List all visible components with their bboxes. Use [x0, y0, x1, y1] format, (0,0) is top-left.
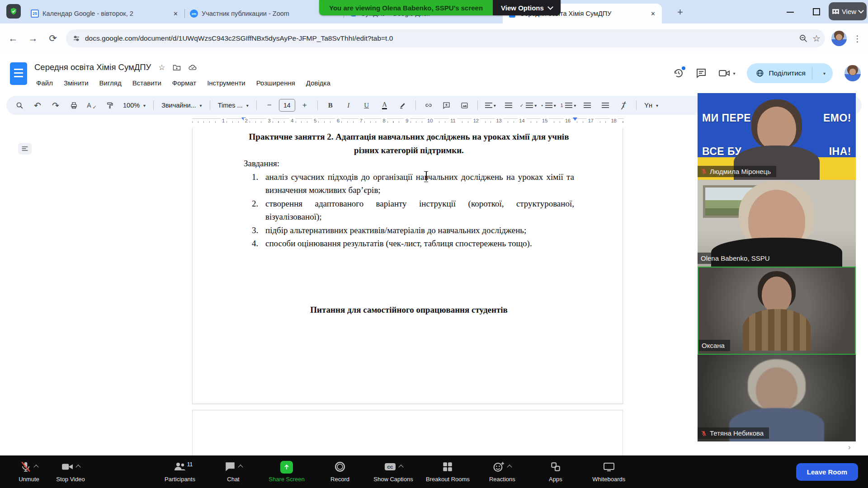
document-page-1[interactable]: Практичне заняття 2. Адаптація навчальни… [192, 128, 623, 404]
reactions-button[interactable]: Reactions [481, 461, 523, 483]
menu-extensions[interactable]: Розширення [253, 78, 299, 88]
decrease-indent-button[interactable] [579, 99, 596, 112]
redo-icon[interactable]: ↷ [47, 99, 64, 112]
highlight-color-icon[interactable] [394, 99, 411, 112]
increase-indent-button[interactable] [597, 99, 614, 112]
captions-options-caret[interactable] [398, 465, 403, 469]
browser-profile-avatar[interactable] [831, 31, 847, 46]
text-color-button[interactable]: A [382, 101, 387, 109]
decrease-font-size-button[interactable]: − [261, 99, 278, 112]
underline-button[interactable]: U [358, 99, 375, 112]
bookmark-star-icon[interactable]: ☆ [812, 33, 821, 44]
doc-tasks-label: Завдання: [244, 157, 574, 170]
share-button[interactable]: Поділитися ▾ [747, 63, 833, 83]
join-call-button[interactable]: ▾ [718, 68, 735, 78]
share-screen-button[interactable]: Share Screen [266, 461, 307, 483]
bulleted-list-button[interactable]: • ▾ [539, 99, 558, 112]
version-history-button[interactable] [673, 68, 684, 79]
muted-mic-icon [701, 168, 707, 174]
insert-link-icon[interactable] [420, 99, 437, 112]
zoom-out-page-icon[interactable] [799, 34, 808, 43]
menu-edit[interactable]: Змінити [60, 78, 92, 88]
checklist-button[interactable]: ✓ ▾ [518, 99, 538, 112]
document-outline-button[interactable] [18, 143, 32, 155]
reload-button[interactable]: ⟳ [46, 33, 60, 44]
menu-tools[interactable]: Інструменти [203, 78, 249, 88]
zoom-view-button[interactable]: View [829, 2, 867, 20]
chevron-down-icon: ▾ [656, 103, 658, 108]
chat-options-caret[interactable] [238, 465, 243, 469]
font-select[interactable]: Times ... ▾ [214, 102, 252, 109]
chevron-down-icon: ▾ [554, 103, 556, 108]
font-size-input[interactable]: 14 [279, 99, 295, 112]
video-tile-tetyana[interactable]: Тетяна Небикова [698, 355, 856, 441]
video-options-caret[interactable] [75, 465, 80, 469]
apps-button[interactable]: Apps [535, 461, 576, 483]
comments-button[interactable] [696, 68, 707, 79]
paragraph-style-select[interactable]: Звичайни... ▾ [158, 102, 206, 109]
stop-video-button[interactable]: Stop Video [50, 461, 91, 483]
menu-insert[interactable]: Вставити [129, 78, 165, 88]
print-icon[interactable] [65, 99, 82, 112]
window-restore-button[interactable] [813, 8, 820, 15]
show-captions-button[interactable]: CC Show Captions [373, 461, 414, 483]
clear-formatting-button[interactable]: T [615, 99, 632, 112]
close-tab-icon[interactable]: ✕ [649, 9, 657, 18]
docs-profile-avatar[interactable] [844, 65, 861, 81]
search-menus-icon[interactable] [11, 99, 28, 112]
breakout-rooms-button[interactable]: Breakout Rooms [426, 461, 470, 483]
panel-collapse-icon[interactable]: › [848, 443, 851, 452]
url-text[interactable]: docs.google.com/document/d/1UWqWzsC943c2… [85, 34, 794, 42]
audio-options-caret[interactable] [33, 465, 38, 469]
undo-icon[interactable]: ↶ [29, 99, 46, 112]
unmute-button[interactable]: Unmute [8, 461, 50, 483]
zoom-select[interactable]: 100% ▾ [119, 102, 149, 109]
back-button[interactable]: ← [6, 33, 20, 44]
menu-format[interactable]: Формат [169, 78, 200, 88]
tab-google-calendar[interactable]: 25 Календар Google - вівторок, 2 ✕ [25, 4, 184, 23]
move-to-folder-icon[interactable] [173, 64, 181, 71]
window-minimize-button[interactable] [787, 12, 794, 13]
close-tab-icon[interactable]: ✕ [171, 9, 180, 18]
document-title[interactable]: Середня освіта Хімія СумДПУ [34, 62, 151, 72]
ruler-number: 18 [609, 118, 618, 123]
chat-button[interactable]: Chat [212, 461, 254, 483]
right-indent-marker[interactable] [573, 117, 577, 121]
share-dropdown-icon[interactable]: ▾ [819, 71, 830, 76]
menu-file[interactable]: Файл [33, 78, 57, 88]
reactions-options-caret[interactable] [507, 465, 512, 469]
numbered-list-button[interactable]: 1 ▾ [559, 99, 578, 112]
participants-button[interactable]: 11 Participants [159, 461, 201, 483]
new-tab-button[interactable]: + [677, 7, 683, 17]
increase-font-size-button[interactable]: + [296, 99, 313, 112]
view-options-button[interactable]: View Options [493, 0, 561, 15]
ruler-number: 15 [541, 118, 549, 123]
align-button[interactable]: ▾ [482, 99, 499, 112]
ruler-scale[interactable]: 123456789101112131415161718 [192, 118, 624, 125]
leave-room-button[interactable]: Leave Room [796, 463, 858, 481]
forward-button[interactable]: → [26, 33, 40, 44]
whiteboards-button[interactable]: Whiteboards [588, 461, 630, 483]
address-bar[interactable]: docs.google.com/document/d/1UWqWzsC943c2… [66, 29, 825, 47]
line-spacing-button[interactable] [500, 99, 517, 112]
editing-mode-select[interactable]: Yн ▾ [641, 102, 662, 109]
menu-view[interactable]: Вигляд [96, 78, 125, 88]
paint-format-icon[interactable] [101, 99, 118, 112]
document-page-2[interactable] [192, 410, 623, 455]
shield-extension-icon[interactable] [6, 4, 21, 19]
video-tile-lyudmyla[interactable]: МИ ПЕРЕ ЕМО! ВСЕ БУ ІНА! Людмила Міронец… [698, 93, 856, 180]
record-button[interactable]: Record [319, 461, 361, 483]
add-comment-icon[interactable] [438, 99, 455, 112]
star-document-icon[interactable]: ☆ [158, 63, 165, 72]
video-tile-olena[interactable]: Olena Babenko, SSPU [698, 180, 856, 267]
italic-button[interactable]: I [340, 99, 357, 112]
bold-button[interactable]: B [322, 99, 339, 112]
menu-help[interactable]: Довідка [302, 78, 334, 88]
insert-image-icon[interactable] [456, 99, 473, 112]
cloud-saved-icon[interactable] [188, 64, 197, 71]
site-settings-icon[interactable] [72, 34, 80, 42]
google-docs-logo[interactable] [10, 62, 27, 85]
spell-check-icon[interactable]: A✓ [83, 99, 100, 112]
video-tile-oksana-speaking[interactable]: Оксана [698, 267, 856, 355]
browser-menu-icon[interactable]: ⋮ [853, 33, 862, 44]
